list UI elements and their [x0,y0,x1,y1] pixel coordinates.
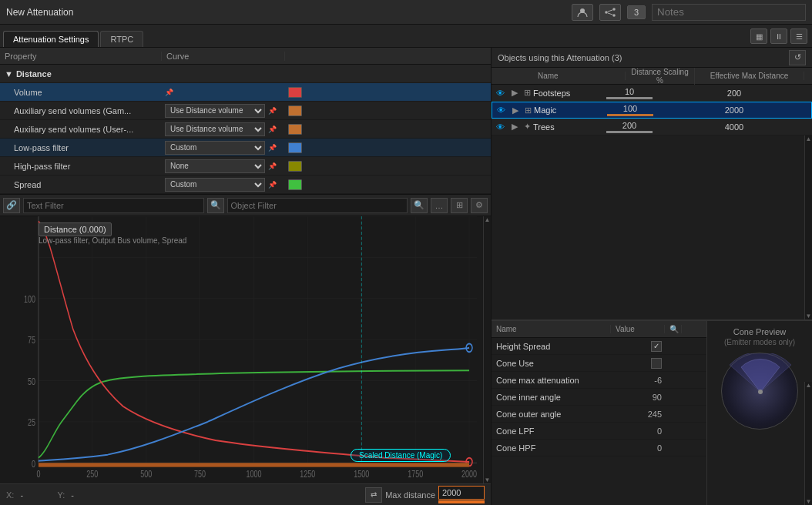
aux1-dropdown[interactable]: Use Distance volume [165,104,265,118]
x-coord-value: - [20,490,51,500]
footsteps-dist-bar [606,97,653,99]
objects-scroll-up[interactable]: ▲ [806,135,812,142]
prop-controls-highpass [285,161,491,172]
max-distance-label: Max distance [385,490,435,500]
grid-btn[interactable]: ⊞ [451,198,468,213]
magic-eye-icon[interactable]: 👁 [492,105,509,115]
volume-color-swatch[interactable] [288,87,302,98]
cone-row-outer-angle[interactable]: Cone outer angle 245 [492,406,706,423]
right-bottom-section: Name Value 🔍 Height Spread Cone Use [492,320,812,505]
spread-color-swatch[interactable] [288,179,302,190]
trees-eye-icon[interactable]: 👁 [492,122,508,132]
object-filter-extra-btn[interactable]: … [431,198,448,213]
push-pin-icon: 📌 [165,89,173,96]
svg-text:1000: 1000 [246,469,261,480]
highpass-dropdown[interactable]: None [165,159,265,173]
objects-scrollbar[interactable]: ▲ ▼ [804,135,812,319]
cone-row-lpf[interactable]: Cone LPF 0 [492,423,706,440]
max-distance-input[interactable] [438,486,485,500]
col-obj-name: Name [533,72,626,80]
prop-row-lowpass[interactable]: Low-pass filter Custom 📌 [0,139,491,157]
aux2-dropdown[interactable]: Use Distance volume [165,122,265,136]
aux2-pin-icon: 📌 [268,125,277,133]
object-filter-search-btn[interactable]: 🔍 [411,198,428,213]
cone-inner-angle-num: 90 [631,393,662,402]
graph-area[interactable]: 0 250 500 750 1000 1250 1500 1750 2000 0… [0,216,491,483]
object-filter-input[interactable] [227,198,408,213]
cone-use-checkbox[interactable] [651,358,662,369]
height-spread-checkbox[interactable] [651,341,662,352]
share-icon-btn[interactable] [599,4,621,21]
cone-use-val [611,358,665,369]
notes-input[interactable] [652,4,806,21]
svg-text:50: 50 [28,376,35,387]
lowpass-dropdown[interactable]: Custom [165,141,265,155]
prop-row-highpass[interactable]: High-pass filter None 📌 [0,157,491,176]
graph-distance-tooltip: Distance (0.000) [39,222,112,236]
swap-icon[interactable]: ⇄ [365,487,382,503]
settings-btn[interactable]: ⚙ [471,198,488,213]
cone-inner-angle-val: 90 [611,393,665,402]
footsteps-eye-icon[interactable]: 👁 [492,89,508,98]
tab-attenuation-settings[interactable]: Attenuation Settings [3,31,99,47]
cone-outer-angle-val: 245 [611,410,665,419]
svg-text:1750: 1750 [408,469,423,480]
spread-dropdown[interactable]: Custom [165,178,265,192]
svg-point-3 [612,14,616,17]
avatar-icon-btn[interactable] [572,4,593,21]
cone-row-cone-use[interactable]: Cone Use [492,355,706,372]
highpass-pin-icon: 📌 [268,162,277,170]
prop-row-spread[interactable]: Spread Custom 📌 [0,176,491,194]
menu-btn[interactable]: ☰ [790,28,807,44]
scroll-down-arrow[interactable]: ▼ [485,477,491,483]
graph-canvas: 0 250 500 750 1000 1250 1500 1750 2000 0… [0,216,491,483]
obj-row-trees[interactable]: 👁 ▶ ✦ Trees 200 4000 [492,119,812,135]
prop-controls-spread [285,179,491,190]
footsteps-eff-val: 200 [664,89,804,98]
objects-table: Name Distance Scaling % Effective Max Di… [492,68,812,135]
cone-preview-subtitle: (Emitter modes only) [724,338,795,346]
trees-dist-val: 200 [622,121,636,130]
trees-eff-val: 4000 [664,122,804,132]
height-spread-name: Height Spread [492,342,611,351]
graph-scrollbar[interactable]: ▲ ▼ [483,216,491,483]
magic-expand-icon[interactable]: ▶ [509,105,522,115]
magic-grid-icon: ⊞ [522,105,534,115]
grid-view-btn[interactable]: ▦ [750,28,767,44]
footsteps-expand-icon[interactable]: ▶ [508,88,521,98]
cone-row-inner-angle[interactable]: Cone inner angle 90 [492,389,706,406]
pause-btn[interactable]: ⏸ [770,28,787,44]
cone-row-height-spread[interactable]: Height Spread [492,338,706,355]
right-panel: Objects using this Attenuation (3) ↺ Nam… [492,48,812,505]
lowpass-color-swatch[interactable] [288,142,302,153]
cone-hpf-num: 0 [631,443,662,453]
cone-col-search[interactable]: 🔍 [665,325,682,333]
prop-row-volume[interactable]: Volume 📌 [0,83,491,102]
obj-row-magic[interactable]: 👁 ▶ ⊞ Magic 100 2000 [492,102,812,119]
prop-row-aux1[interactable]: Auxiliary send volumes (Gam... Use Dista… [0,102,491,120]
main-layout: Property Curve ▼ Distance Volume 📌 [0,48,812,505]
svg-line-4 [608,9,612,11]
max-distance-input-wrap [438,486,485,503]
lowpass-pin-icon: 📌 [268,144,277,152]
svg-text:1500: 1500 [354,469,369,480]
cone-outer-angle-num: 245 [631,410,662,419]
magic-dist-val: 100 [623,104,637,113]
text-filter-input[interactable] [23,198,204,213]
highpass-color-swatch[interactable] [288,161,302,172]
tab-rtpc[interactable]: RTPC [100,31,143,47]
text-filter-search-btn[interactable]: 🔍 [207,198,224,213]
trees-expand-icon[interactable]: ▶ [508,122,521,132]
objects-scroll-down[interactable]: ▼ [806,313,812,319]
svg-text:75: 75 [28,335,35,346]
aux1-color-swatch[interactable] [288,105,302,116]
cone-row-hpf[interactable]: Cone HPF 0 [492,440,706,457]
link-icon-btn[interactable]: 🔗 [3,198,20,213]
aux2-color-swatch[interactable] [288,124,302,135]
cone-inner-angle-name: Cone inner angle [492,393,611,402]
cone-row-max-att[interactable]: Cone max attenuation -6 [492,372,706,389]
scroll-up-arrow[interactable]: ▲ [485,216,491,223]
refresh-icon-btn[interactable]: ↺ [789,50,806,65]
prop-row-aux2[interactable]: Auxiliary send volumes (User-... Use Dis… [0,120,491,139]
obj-row-footsteps[interactable]: 👁 ▶ ⊞ Footsteps 10 200 [492,85,812,102]
